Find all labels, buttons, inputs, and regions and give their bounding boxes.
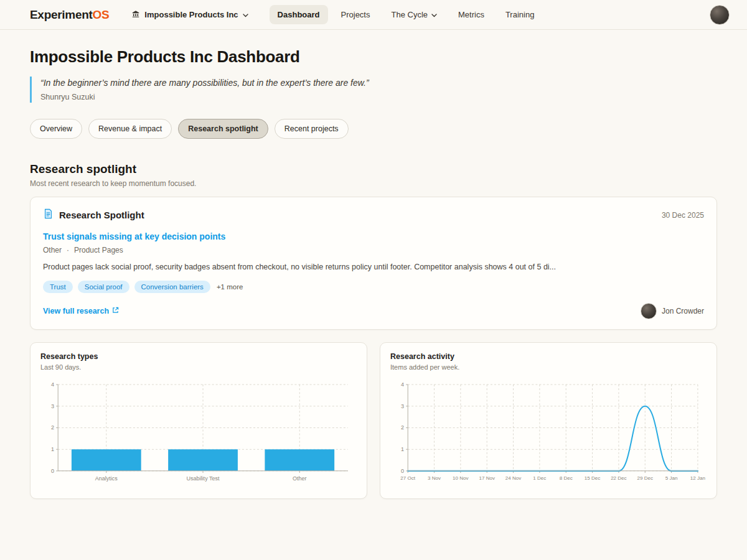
chevron-down-icon (431, 10, 437, 19)
tab-label: Recent projects (284, 124, 339, 133)
spotlight-footer: View full research Jon Crowder (43, 303, 704, 319)
section-tabs: Overview Revenue & impact Research spotl… (30, 119, 717, 139)
logo-text: Experiment (30, 8, 92, 21)
spotlight-card-header: Research Spotlight 30 Dec 2025 (43, 208, 704, 222)
tab-overview[interactable]: Overview (30, 119, 82, 139)
svg-text:24 Nov: 24 Nov (505, 475, 521, 481)
tab-label: Research spotlight (188, 124, 258, 133)
nav-item-dashboard[interactable]: Dashboard (270, 5, 328, 24)
svg-text:3: 3 (401, 403, 404, 409)
tab-research-spotlight[interactable]: Research spotlight (178, 119, 268, 139)
tab-label: Revenue & impact (98, 124, 162, 133)
tag-trust: Trust (43, 281, 73, 293)
nav-item-metrics[interactable]: Metrics (450, 5, 492, 24)
dashboard-page: Impossible Products Inc Dashboard “In th… (0, 47, 747, 499)
top-navbar: ExperimentOS Impossible Products Inc Das… (0, 0, 747, 30)
svg-text:Other: Other (293, 475, 307, 482)
research-types-bar-chart: 01234AnalyticsUsability TestOther (40, 378, 357, 492)
chevron-down-icon (243, 10, 248, 19)
tab-label: Overview (40, 124, 72, 133)
spotlight-tags: Trust Social proof Conversion barriers +… (43, 281, 704, 293)
view-full-research-link[interactable]: View full research (43, 307, 119, 315)
spotlight-meta-area: Product Pages (74, 246, 123, 254)
research-activity-line-chart: 0123427 Oct3 Nov10 Nov17 Nov24 Nov1 Dec8… (390, 378, 707, 492)
svg-text:12 Jan: 12 Jan (690, 475, 705, 481)
document-icon (43, 208, 54, 222)
quote-text: “In the beginner’s mind there are many p… (40, 78, 717, 88)
nav-label: The Cycle (391, 10, 428, 19)
spotlight-meta-type: Other (43, 246, 62, 254)
svg-text:2: 2 (51, 425, 54, 431)
svg-text:1 Dec: 1 Dec (533, 475, 546, 481)
main-nav: Dashboard Projects The Cycle Metrics Tra… (270, 5, 710, 24)
svg-text:1: 1 (51, 446, 54, 452)
spotlight-description: Product pages lack social proof, securit… (43, 261, 704, 273)
svg-text:2: 2 (401, 425, 404, 431)
user-avatar[interactable] (710, 5, 730, 25)
tag-social-proof: Social proof (78, 281, 129, 293)
org-switcher-label: Impossible Products Inc (144, 10, 238, 19)
svg-text:8 Dec: 8 Dec (560, 475, 573, 481)
spotlight-meta: Other · Product Pages (43, 246, 704, 254)
nav-item-projects[interactable]: Projects (333, 5, 378, 24)
svg-text:22 Dec: 22 Dec (611, 475, 626, 481)
svg-text:29 Dec: 29 Dec (637, 475, 652, 481)
svg-text:17 Nov: 17 Nov (479, 475, 494, 481)
svg-text:3 Nov: 3 Nov (428, 475, 441, 481)
nav-label: Dashboard (278, 10, 320, 19)
tag-conversion-barriers: Conversion barriers (134, 281, 210, 293)
spotlight-date: 30 Dec 2025 (662, 211, 704, 220)
meta-separator: · (67, 246, 69, 254)
nav-label: Projects (341, 10, 370, 19)
section-title: Research spotlight (30, 162, 717, 176)
quote-author: Shunryu Suzuki (40, 93, 717, 101)
logo-accent-text: OS (92, 8, 109, 21)
nav-label: Metrics (458, 10, 484, 19)
author-name: Jon Crowder (662, 307, 704, 315)
app-logo: ExperimentOS (30, 8, 109, 22)
svg-text:15 Dec: 15 Dec (585, 475, 600, 481)
nav-item-the-cycle[interactable]: The Cycle (383, 5, 445, 24)
svg-text:4: 4 (51, 381, 54, 388)
nav-label: Training (505, 10, 534, 19)
svg-text:10 Nov: 10 Nov (453, 475, 468, 481)
svg-text:3: 3 (51, 403, 54, 409)
section-subtitle: Most recent research to keep momentum fo… (30, 179, 717, 188)
more-tags-label: +1 more (217, 283, 243, 291)
charts-row: Research types Last 90 days. 01234Analyt… (30, 342, 717, 499)
svg-text:0: 0 (51, 468, 54, 474)
research-spotlight-card: Research Spotlight 30 Dec 2025 Trust sig… (30, 197, 717, 330)
quote-block: “In the beginner’s mind there are many p… (30, 77, 717, 103)
chart-title: Research types (40, 352, 357, 361)
chart-subtitle: Last 90 days. (40, 363, 357, 371)
svg-text:Usability Test: Usability Test (186, 475, 220, 482)
research-activity-card: Research activity Items added per week. … (380, 342, 717, 499)
spotlight-author: Jon Crowder (641, 303, 704, 319)
external-link-icon (112, 307, 119, 315)
spotlight-headline-link[interactable]: Trust signals missing at key decision po… (43, 231, 225, 241)
chart-title: Research activity (390, 352, 707, 361)
tab-recent-projects[interactable]: Recent projects (275, 119, 349, 139)
tab-revenue-impact[interactable]: Revenue & impact (88, 119, 172, 139)
author-avatar (641, 303, 657, 319)
building-icon (131, 9, 140, 20)
svg-text:27 Oct: 27 Oct (400, 475, 415, 481)
research-types-card: Research types Last 90 days. 01234Analyt… (30, 342, 367, 499)
page-title: Impossible Products Inc Dashboard (30, 47, 717, 67)
svg-text:Analytics: Analytics (95, 475, 118, 482)
org-switcher[interactable]: Impossible Products Inc (131, 9, 248, 20)
svg-text:1: 1 (401, 446, 404, 452)
svg-text:5 Jan: 5 Jan (665, 475, 678, 481)
spotlight-card-title: Research Spotlight (59, 210, 144, 220)
svg-text:0: 0 (401, 468, 404, 474)
chart-subtitle: Items added per week. (390, 363, 707, 371)
svg-text:4: 4 (401, 381, 404, 388)
nav-item-training[interactable]: Training (497, 5, 542, 24)
view-full-research-label: View full research (43, 307, 109, 315)
